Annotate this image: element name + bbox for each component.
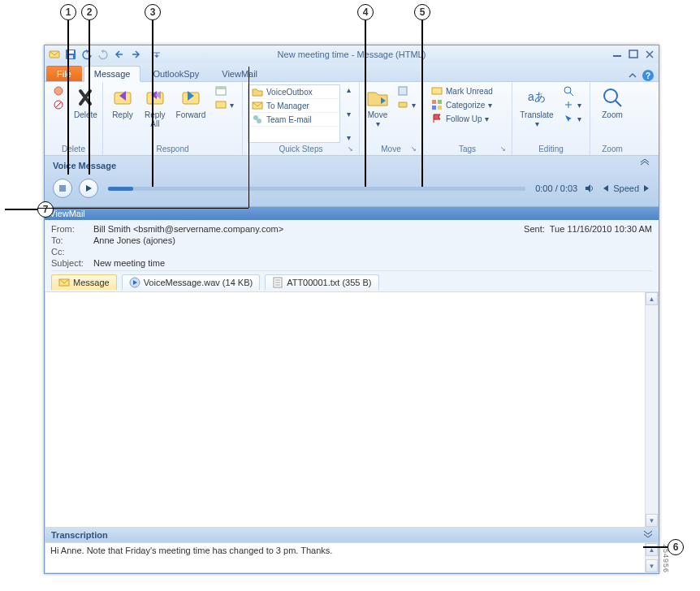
rules-icon	[397, 85, 408, 97]
to-value: Anne Jones (ajones)	[93, 235, 175, 245]
to-label: To:	[51, 235, 93, 245]
message-headers: From: Bill Smith <bsmith@servername.comp…	[45, 220, 659, 292]
transcription-collapse-button[interactable]	[642, 529, 654, 537]
ribbon: Delete Delete Reply Reply All Forward	[45, 81, 659, 156]
message-body: ▲ ▼	[45, 292, 659, 528]
stop-button[interactable]	[53, 179, 72, 198]
svg-rect-29	[59, 185, 66, 192]
attachment-tab-txt[interactable]: ATT00001.txt (355 B)	[265, 274, 378, 290]
group-quicksteps-label: Quick Steps ↘	[248, 143, 354, 153]
speed-control[interactable]: Speed	[602, 183, 650, 193]
scroll-down-button[interactable]: ▼	[646, 514, 658, 527]
group-zoom-label: Zoom	[595, 143, 629, 153]
actions-icon	[397, 99, 408, 110]
attachment-tabs: Message VoiceMessage.wav (14 KB) ATT0000…	[51, 270, 652, 290]
callout-4: 4	[357, 4, 374, 20]
follow-up-button[interactable]: Follow Up ▾	[428, 112, 496, 125]
mail-icon	[48, 48, 61, 61]
prev-item-button[interactable]	[113, 48, 126, 61]
qs-up-button[interactable]: ▴	[344, 84, 354, 95]
voice-message-collapse-button[interactable]	[639, 159, 650, 167]
redo-button[interactable]	[97, 48, 110, 61]
callout-5: 5	[414, 4, 430, 20]
categorize-button[interactable]: Categorize ▾	[428, 98, 496, 111]
close-button[interactable]	[644, 50, 655, 59]
qs-team-email[interactable]: Team E-mail	[248, 113, 339, 127]
svg-text:aあ: aあ	[528, 90, 546, 103]
meeting-button[interactable]	[212, 84, 237, 97]
svg-rect-22	[432, 106, 436, 110]
minimize-ribbon-button[interactable]	[628, 71, 637, 80]
more-respond-button[interactable]: ▾	[212, 98, 237, 111]
help-button[interactable]: ?	[642, 70, 654, 81]
translate-button[interactable]: aあ Translate ▾	[517, 84, 556, 130]
qs-voiceoutbox[interactable]: VoiceOutbox	[248, 85, 339, 99]
related-button[interactable]: ▾	[560, 98, 585, 111]
svg-line-26	[570, 93, 573, 96]
mark-unread-button[interactable]: Mark Unread	[428, 84, 496, 97]
sent-value: Tue 11/16/2010 10:30 AM	[550, 224, 652, 234]
qs-more-button[interactable]: ▾	[344, 132, 354, 143]
tags-dialog-launcher[interactable]: ↘	[499, 145, 507, 153]
titlebar: New meeting time - Message (HTML)	[45, 45, 659, 63]
to-manager-icon	[252, 100, 263, 111]
qs-down-button[interactable]: ▾	[344, 109, 354, 119]
callout-1: 1	[60, 4, 76, 20]
sent-label: Sent:	[524, 224, 545, 234]
voice-message-panel: Voice Message 0:00 / 0:03 Speed	[45, 156, 659, 207]
svg-rect-21	[438, 100, 442, 104]
play-button[interactable]	[79, 179, 98, 198]
message-window: New meeting time - Message (HTML) File M…	[44, 45, 659, 574]
select-button[interactable]: ▾	[560, 112, 585, 125]
callout-6: 6	[668, 539, 684, 555]
group-tags-label: Tags ↘	[428, 143, 507, 153]
select-icon	[563, 113, 574, 124]
volume-icon	[584, 183, 595, 194]
cc-label: Cc:	[51, 247, 93, 257]
from-value: Bill Smith <bsmith@servername.company.co…	[93, 224, 283, 234]
speed-label: Speed	[613, 183, 639, 193]
qs-to-manager[interactable]: To Manager	[248, 99, 339, 113]
minimize-button[interactable]	[611, 50, 623, 59]
ribbon-tabs: File Message OutlookSpy ViewMail ?	[45, 63, 659, 81]
maximize-button[interactable]	[628, 50, 639, 59]
next-item-button[interactable]	[129, 48, 142, 61]
callout-7: 7	[37, 201, 54, 218]
transcription-header: Transcription	[45, 528, 659, 542]
team-email-icon	[252, 114, 263, 125]
svg-point-25	[564, 87, 571, 93]
scroll-up-button[interactable]: ▲	[646, 292, 658, 305]
svg-rect-19	[432, 88, 442, 94]
text-file-icon	[272, 277, 283, 288]
find-button[interactable]	[560, 84, 585, 97]
more-respond-icon	[215, 99, 227, 110]
body-scrollbar[interactable]: ▲ ▼	[645, 292, 658, 527]
volume-button[interactable]	[584, 183, 595, 194]
group-editing-label: Editing	[517, 143, 585, 153]
reply-button[interactable]: Reply	[108, 84, 137, 121]
svg-point-27	[604, 89, 617, 102]
forward-button[interactable]: Forward	[173, 84, 209, 121]
zoom-button[interactable]: Zoom	[595, 84, 629, 121]
zoom-icon	[601, 86, 624, 109]
find-icon	[563, 85, 574, 97]
group-respond-label: Respond	[108, 143, 237, 153]
reply-icon	[111, 86, 134, 109]
flag-icon	[431, 113, 443, 124]
svg-rect-4	[613, 55, 621, 57]
trans-scroll-down-button[interactable]: ▼	[646, 559, 658, 572]
mark-unread-icon	[431, 85, 443, 97]
playback-progress[interactable]	[108, 187, 525, 191]
svg-line-28	[616, 101, 621, 106]
forward-icon	[179, 86, 202, 109]
transcription-text: Hi Anne. Note that Friday's meeting time…	[50, 546, 332, 555]
quick-steps-gallery[interactable]: VoiceOutbox To Manager Team E-mail	[248, 84, 340, 143]
subject-label: Subject:	[51, 258, 93, 268]
from-label: From:	[51, 224, 93, 234]
attachment-tab-message[interactable]: Message	[51, 274, 117, 290]
playback-time: 0:00 / 0:03	[535, 183, 577, 193]
attachment-tab-voicewav[interactable]: VoiceMessage.wav (14 KB)	[122, 274, 261, 290]
speed-prev-icon	[602, 184, 610, 192]
quicksteps-dialog-launcher[interactable]: ↘	[346, 145, 354, 153]
tab-viewmail[interactable]: ViewMail	[211, 66, 268, 81]
